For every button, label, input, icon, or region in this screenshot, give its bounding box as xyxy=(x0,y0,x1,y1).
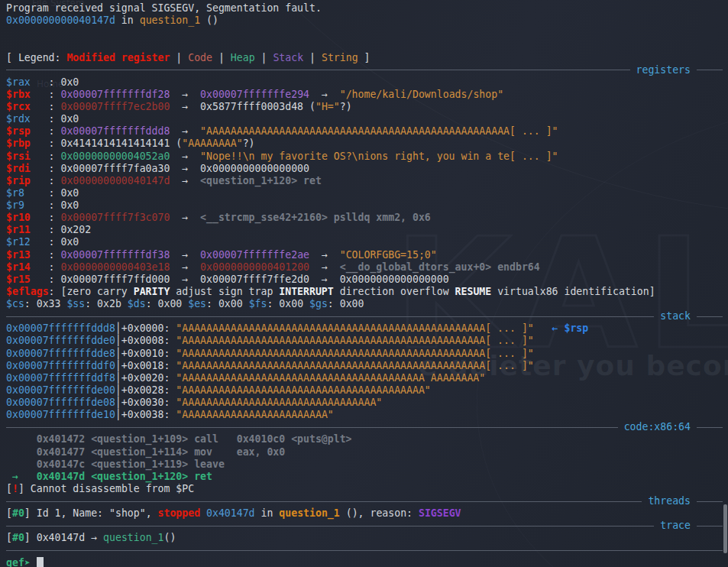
divider-line xyxy=(697,427,723,428)
divider-line xyxy=(697,316,723,317)
hr-trace: trace xyxy=(6,520,728,532)
reg-r13: $r13 : 0x00007fffffffdf38 → 0x00007fffff… xyxy=(6,249,728,261)
reg-rbx: $rbx : 0x00007fffffffdf28 → 0x00007fffff… xyxy=(6,89,728,101)
hr-code: code:x86:64 xyxy=(6,421,728,433)
stack-row-0: 0x00007fffffffddd8│+0x0000: "AAAAAAAAAAA… xyxy=(6,322,728,335)
section-label-trace: trace xyxy=(654,520,697,532)
divider-line xyxy=(697,526,723,526)
legend-line: [ Legend: Modified register | Code | Hea… xyxy=(6,52,728,64)
reg-rdi: $rdi : 0x00007ffff7fa0a30 → 0x0000000000… xyxy=(6,163,728,175)
code-line-current: → 0x40147d <question_1+120> ret xyxy=(6,471,728,483)
gdb-gef-terminal[interactable]: Program received signal SIGSEGV, Segment… xyxy=(0,0,728,567)
trace-line: [#0] 0x40147d → question_1() xyxy=(6,532,728,544)
divider-line xyxy=(697,70,723,70)
stack-row-4: 0x00007fffffffddf8│+0x0020: "AAAAAAAAAAA… xyxy=(6,372,728,384)
section-label-threads: threads xyxy=(642,495,697,507)
alert-line: [!] Cannot disassemble from $PC xyxy=(6,483,728,495)
code-line-1: 0x401477 <question_1+114> mov eax, 0x0 xyxy=(6,446,728,458)
section-label-code-x86-64: code:x86:64 xyxy=(618,421,697,433)
threads-line: [#0] Id 1, Name: "shop", stopped 0x40147… xyxy=(6,507,728,520)
reg-eflags: $eflags: [zero carry PARITY adjust sign … xyxy=(6,286,728,298)
reg-r12: $r12 : 0x0 xyxy=(6,236,728,248)
reg-rip: $rip : 0x000000000040147d → <question_1+… xyxy=(6,175,728,187)
divider-line xyxy=(6,550,723,551)
section-label-registers: registers xyxy=(630,64,697,76)
blank-line xyxy=(6,39,728,51)
prompt-line[interactable]: gef➤ xyxy=(6,557,728,567)
divider-line xyxy=(6,427,618,428)
reg-rax: $rax : 0x0 xyxy=(6,76,728,89)
program-status-line: Program received signal SIGSEGV, Segment… xyxy=(6,2,728,15)
hr-plain xyxy=(6,545,728,557)
terminal-cursor xyxy=(37,557,44,567)
hr-threads: threads xyxy=(6,495,728,507)
divider-line xyxy=(697,501,723,502)
section-label-stack: stack xyxy=(654,310,697,322)
blank-line xyxy=(6,27,728,39)
reg-rbp: $rbp : 0x4141414141414141 ("AAAAAAAA"?) xyxy=(6,138,728,150)
reg-rsp: $rsp : 0x00007fffffffddd8 → "AAAAAAAAAAA… xyxy=(6,125,728,138)
reg-r10: $r10 : 0x00007ffff7f3c070 → <__strcmp_ss… xyxy=(6,212,728,224)
reg-rsi: $rsi : 0x00000000004052a0 → "Nope!!\n my… xyxy=(6,151,728,163)
reg-rcx: $rcx : 0x00007ffff7ec2b00 → 0x5877ffff00… xyxy=(6,101,728,113)
stack-row-3: 0x00007fffffffddf0│+0x0018: "AAAAAAAAAAA… xyxy=(6,360,728,372)
code-line-0: 0x401472 <question_1+109> call 0x4010c0 … xyxy=(6,433,728,446)
stack-row-6: 0x00007fffffffde08│+0x0030: "AAAAAAAAAAA… xyxy=(6,397,728,409)
stack-row-5: 0x00007fffffffde00│+0x0028: "AAAAAAAAAAA… xyxy=(6,384,728,397)
scrollbar xyxy=(723,0,728,567)
divider-line xyxy=(6,316,654,317)
hr-stack: stack xyxy=(6,310,728,322)
stack-row-2: 0x00007fffffffdde8│+0x0010: "AAAAAAAAAAA… xyxy=(6,348,728,360)
divider-line xyxy=(6,526,654,526)
reg-segment-selectors: $cs: 0x33 $ss: 0x2b $ds: 0x00 $es: 0x00 … xyxy=(6,298,728,310)
divider-line xyxy=(6,70,630,70)
reg-r11: $r11 : 0x202 xyxy=(6,224,728,236)
code-line-2: 0x40147c <question_1+119> leave xyxy=(6,458,728,471)
reg-r9: $r9 : 0x0 xyxy=(6,199,728,212)
reg-r14: $r14 : 0x0000000000403e18 → 0x0000000000… xyxy=(6,261,728,274)
frame-info-line: 0x000000000040147d in question_1 () xyxy=(6,15,728,27)
reg-rdx: $rdx : 0x0 xyxy=(6,113,728,125)
reg-r15: $r15 : 0x00007ffff7ffd000 → 0x00007ffff7… xyxy=(6,274,728,286)
divider-line xyxy=(6,501,642,502)
reg-r8: $r8 : 0x0 xyxy=(6,187,728,199)
scrollbar-thumb[interactable] xyxy=(723,504,727,553)
hr-registers: registers xyxy=(6,64,728,76)
stack-row-1: 0x00007fffffffdde0│+0x0008: "AAAAAAAAAAA… xyxy=(6,335,728,347)
stack-row-7: 0x00007fffffffde10│+0x0038: "AAAAAAAAAAA… xyxy=(6,409,728,421)
